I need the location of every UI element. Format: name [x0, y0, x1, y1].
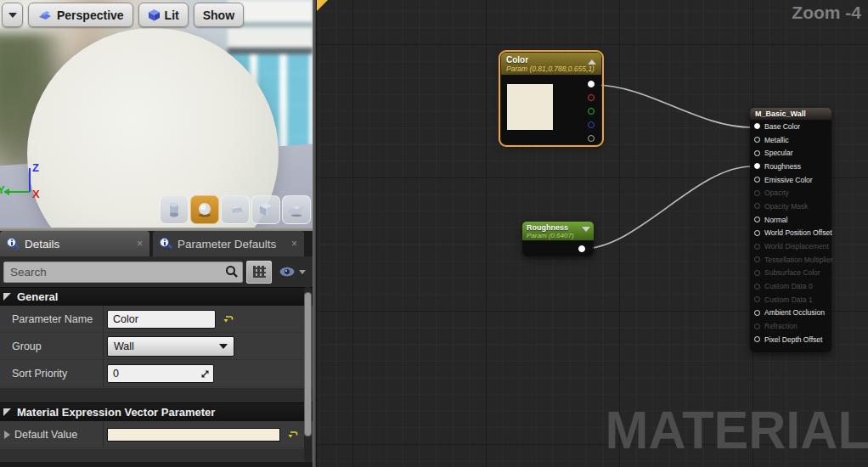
pin-row-roughness: Roughness	[750, 160, 831, 173]
g-output-pin[interactable]	[588, 108, 595, 115]
tab-parameter-defaults-label: Parameter Defaults	[178, 238, 276, 250]
scrollbar-thumb[interactable]	[304, 292, 312, 436]
pin-row-world-position-offset: World Position Offset	[750, 227, 831, 240]
material-node-header[interactable]: M_Basic_Wall	[750, 108, 831, 120]
parameter-name-label: Parameter Name	[0, 306, 104, 332]
collapse-arrow-icon	[3, 408, 11, 416]
show-button[interactable]: Show	[194, 3, 244, 27]
parameter-name-input[interactable]	[107, 310, 216, 329]
lit-button[interactable]: Lit	[138, 3, 189, 27]
material-graph-canvas[interactable]: Zoom -4 MATERIAL Color Param (0.81,0.788…	[317, 0, 868, 467]
details-scrollbar[interactable]	[304, 287, 312, 462]
color-parameter-node[interactable]: Color Param (0.81,0.788,0.655,1)	[501, 53, 601, 144]
pin-row-opacity: Opacity	[750, 186, 831, 200]
color-node-title: Color	[506, 55, 596, 65]
search-input[interactable]	[3, 262, 243, 283]
color-node-header[interactable]: Color Param (0.81,0.788,0.655,1)	[501, 53, 601, 75]
chevron-down-icon	[219, 344, 228, 349]
drag-slider-icon	[200, 369, 210, 379]
pin-row-refraction: Refraction	[750, 319, 831, 333]
viewport-options-button[interactable]	[2, 3, 23, 27]
material-result-node[interactable]: M_Basic_Wall Base Color Metallic Specula…	[750, 108, 831, 352]
pixel-depth-offset-input-pin[interactable]	[754, 336, 760, 342]
pin-row-world-displacement: World Displacement	[750, 239, 831, 253]
pin-row-pixel-depth-offset: Pixel Depth Offset	[750, 333, 831, 346]
emissive-color-input-pin[interactable]	[754, 177, 760, 183]
collapse-node-icon[interactable]	[588, 59, 596, 65]
lit-cube-icon	[148, 8, 161, 21]
reset-to-default-icon[interactable]	[287, 430, 298, 440]
color-node-swatch[interactable]	[506, 83, 554, 131]
roughness-parameter-node[interactable]: Roughness Param (0.6407)	[522, 222, 594, 256]
cylinder-icon	[166, 201, 182, 218]
axis-gizmo: Z X Y	[0, 160, 51, 206]
roughness-node-param-value: Param (0.6407)	[527, 232, 589, 239]
collapse-node-icon[interactable]	[582, 227, 590, 232]
wire-color-to-basecolor[interactable]	[595, 85, 752, 127]
roughness-input-pin[interactable]	[754, 163, 760, 169]
default-value-color-swatch[interactable]	[107, 428, 280, 442]
r-output-pin[interactable]	[588, 94, 595, 101]
cube-shape-button[interactable]	[251, 195, 280, 224]
b-output-pin[interactable]	[588, 121, 595, 128]
cylinder-shape-button[interactable]	[160, 195, 189, 224]
tab-parameter-defaults-close-icon[interactable]: ×	[291, 238, 297, 250]
search-icon	[225, 265, 239, 279]
roughness-node-header[interactable]: Roughness Param (0.6407)	[522, 222, 594, 240]
reset-to-default-icon[interactable]	[223, 314, 234, 324]
normal-input-pin[interactable]	[754, 217, 760, 222]
cube-icon	[257, 201, 274, 218]
section-gap	[0, 388, 313, 402]
plane-shape-button[interactable]	[221, 195, 250, 224]
specular-input-pin[interactable]	[754, 150, 760, 156]
sort-priority-input[interactable]	[107, 364, 214, 383]
general-rows: Parameter Name Group Wall	[0, 306, 313, 388]
tab-details-label: Details	[25, 238, 59, 250]
z-axis-label: Z	[32, 161, 39, 174]
world-position-offset-input-pin[interactable]	[754, 230, 760, 236]
color-node-param-value: Param (0.81,0.788,0.655,1)	[506, 65, 596, 73]
teapot-shape-button[interactable]	[282, 195, 311, 224]
metallic-input-pin[interactable]	[754, 137, 760, 143]
collapse-arrow-icon	[3, 293, 11, 301]
tessellation-multiplier-input-pin	[754, 256, 760, 262]
tab-parameter-defaults[interactable]: Parameter Defaults ×	[153, 231, 304, 256]
pin-row-base-color: Base Color	[750, 120, 831, 133]
graph-watermark: MATERIAL	[606, 399, 868, 460]
sphere-shape-button[interactable]	[190, 195, 219, 224]
search-box	[3, 262, 243, 283]
vector-parameter-section-header[interactable]: Material Expression Vector Parameter	[0, 402, 313, 421]
preview-viewport[interactable]: Perspective Lit Show Z	[0, 0, 313, 228]
default-value-label-wrap: Default Value	[0, 421, 104, 447]
preview-shape-buttons	[160, 195, 311, 224]
world-displacement-input-pin	[754, 244, 760, 250]
chevron-down-icon	[8, 13, 17, 18]
tab-details-close-icon[interactable]: ×	[137, 238, 143, 250]
group-dropdown[interactable]: Wall	[107, 336, 234, 357]
custom-data-1-input-pin	[754, 296, 760, 302]
chevron-down-icon	[299, 270, 306, 274]
opacity-mask-input-pin	[754, 203, 760, 209]
expand-arrow-icon[interactable]	[4, 430, 10, 439]
rgb-output-pin[interactable]	[588, 81, 595, 87]
tab-details[interactable]: Details ×	[0, 231, 149, 256]
view-options-button[interactable]	[275, 266, 306, 278]
wire-roughness-to-roughness[interactable]	[583, 166, 752, 249]
pin-row-custom-data-1: Custom Data 1	[750, 293, 831, 307]
details-search-row	[0, 256, 313, 287]
details-panel: Details × Parameter Defaults ×	[0, 231, 313, 467]
general-section-header[interactable]: General	[0, 287, 313, 306]
a-output-pin[interactable]	[588, 135, 595, 142]
ambient-occlusion-input-pin[interactable]	[754, 310, 760, 316]
property-matrix-button[interactable]	[246, 261, 272, 284]
sort-priority-row: Sort Priority	[0, 360, 313, 387]
pin-row-subsurface-color: Subsurface Color	[750, 267, 831, 280]
parameter-name-row: Parameter Name	[0, 306, 313, 333]
vector-parameter-section-title: Material Expression Vector Parameter	[17, 406, 215, 419]
z-axis-line	[29, 168, 31, 192]
material-editor-window: Perspective Lit Show Z	[0, 0, 868, 467]
base-color-input-pin[interactable]	[754, 123, 760, 129]
roughness-output-pin[interactable]	[578, 245, 585, 252]
perspective-button[interactable]: Perspective	[28, 3, 133, 27]
y-axis-label: Y	[0, 183, 5, 196]
